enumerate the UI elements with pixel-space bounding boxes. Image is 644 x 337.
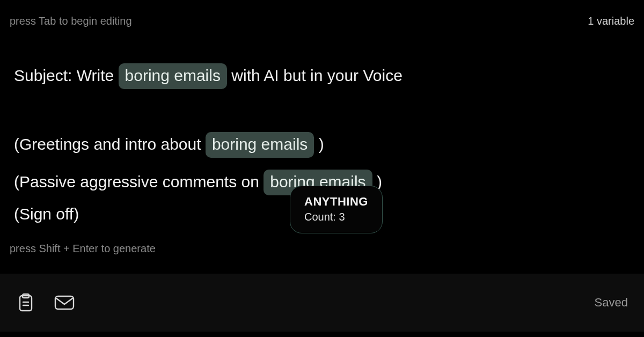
prompt-editor[interactable]: press Tab to begin editing 1 variable Su… — [0, 0, 644, 337]
mail-icon — [54, 295, 75, 311]
subject-suffix: with AI but in your Voice — [231, 67, 402, 84]
clipboard-icon — [17, 293, 34, 312]
body-line-1: (Greetings and intro about boring emails… — [14, 132, 630, 158]
variable-count-label: 1 variable — [588, 15, 634, 27]
line3-prefix: (Passive aggressive comments on — [14, 173, 259, 191]
line2-prefix: (Greetings and intro about — [14, 135, 201, 153]
generate-hint: press Shift + Enter to generate — [10, 243, 156, 255]
variable-tooltip: ANYTHING Count: 3 — [290, 186, 383, 233]
line2-suffix: ) — [319, 135, 324, 153]
svg-rect-4 — [55, 296, 74, 309]
subject-prefix: Subject: Write — [14, 67, 114, 84]
tooltip-title: ANYTHING — [304, 195, 368, 209]
edit-hint: press Tab to begin editing — [10, 15, 132, 27]
bottom-toolbar: Saved — [0, 274, 644, 332]
clipboard-button[interactable] — [14, 291, 38, 314]
subject-line: Subject: Write boring emails with AI but… — [14, 63, 630, 89]
variable-chip[interactable]: boring emails — [206, 132, 314, 158]
email-button[interactable] — [53, 291, 76, 314]
variable-chip[interactable]: boring emails — [119, 63, 227, 89]
tooltip-count: Count: 3 — [304, 211, 368, 223]
save-status: Saved — [595, 296, 628, 310]
